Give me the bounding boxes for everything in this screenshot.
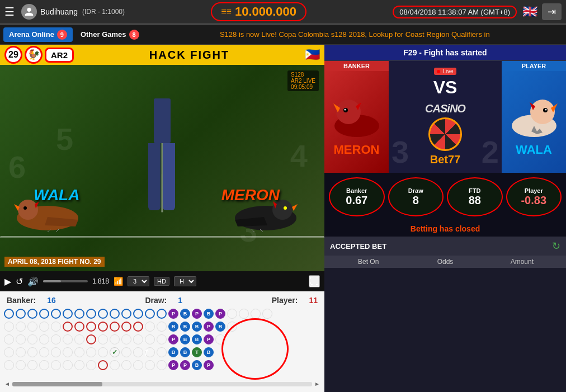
grid-cell xyxy=(4,347,14,357)
svg-point-12 xyxy=(284,206,287,210)
balance-amount: 10.000.000 xyxy=(235,4,296,19)
banker-label: BANKER xyxy=(324,61,389,71)
col-odds: Odds xyxy=(407,258,483,266)
grid-cell xyxy=(51,322,61,332)
player-side: PLAYER WALA xyxy=(502,61,566,173)
username: Budihuang xyxy=(40,7,78,16)
grid-cell xyxy=(86,360,96,370)
video-overlay: 6 5 3 4 xyxy=(0,65,324,271)
language-flag[interactable]: 🇬🇧 xyxy=(522,4,537,19)
grid-cell xyxy=(86,309,96,319)
refresh-button[interactable]: ↺ xyxy=(16,276,23,287)
navbar: Arena Online 9 Other Games 8 S128 is now… xyxy=(0,25,566,45)
logout-button[interactable]: ⇥ xyxy=(542,3,562,20)
user-info: Budihuang (IDR - 1:1000) xyxy=(21,4,125,20)
svg-marker-10 xyxy=(292,204,298,211)
col-amount: Amount xyxy=(484,258,560,266)
grid-cell xyxy=(16,360,26,370)
accepted-bet-panel: ACCEPTED BET ↻ Bet On Odds Amount xyxy=(324,237,566,392)
grid-cell xyxy=(133,334,143,344)
grid-cell xyxy=(98,334,108,344)
grid-cell: P xyxy=(215,309,225,319)
grid-cell xyxy=(39,334,49,344)
grid-cell: B xyxy=(180,322,190,332)
quality-select[interactable]: H xyxy=(174,276,196,286)
grid-scroll: ◄ ► xyxy=(2,380,322,388)
fullscreen-button[interactable]: ⛶ xyxy=(309,275,320,287)
grid-cell xyxy=(110,309,120,319)
arena-online-badge: 9 xyxy=(57,30,67,40)
vs-center: Live VS CASiNO Bet77 xyxy=(389,61,502,173)
grid-cell xyxy=(157,360,167,370)
banker-odds-title: Banker xyxy=(346,187,367,194)
grid-cell xyxy=(63,347,73,357)
banker-odds-card: Banker 0.67 xyxy=(329,177,385,216)
grid-cell xyxy=(63,322,73,332)
datetime-display: 08/04/2018 11:38:07 AM (GMT+8) xyxy=(393,6,517,18)
currency: (IDR - 1:1000) xyxy=(82,8,125,16)
grid-cell xyxy=(145,322,155,332)
arena-online-tab[interactable]: Arena Online 9 xyxy=(3,27,73,42)
player-odds-card: Player -0.83 xyxy=(506,177,562,216)
channel-select[interactable]: 3 xyxy=(128,276,149,286)
rooster-icon: 🐓 xyxy=(25,46,43,64)
grid-cell: P xyxy=(180,360,190,370)
grid-cell xyxy=(215,334,225,344)
progress-bar[interactable] xyxy=(43,280,88,282)
svg-line-15 xyxy=(252,229,254,232)
grid-cell xyxy=(239,309,249,319)
grid-cell: ✓ xyxy=(110,347,120,357)
live-badge: Live xyxy=(434,68,456,75)
main-content: 29 🐓 AR2 HACK FIGHT 🇵🇭 6 5 3 4 xyxy=(0,45,566,392)
grid-cell xyxy=(121,360,131,370)
grid-cell xyxy=(51,309,61,319)
grid-cell: B xyxy=(192,360,202,370)
svg-point-4 xyxy=(23,206,27,210)
grid-cell xyxy=(51,334,61,344)
grid-cell xyxy=(74,322,84,332)
grid-cell xyxy=(39,322,49,332)
grid-cell xyxy=(4,309,14,319)
grid-cell xyxy=(74,334,84,344)
grid-cell xyxy=(51,360,61,370)
accepted-bet-header: ACCEPTED BET ↻ xyxy=(324,237,566,256)
grid-cell xyxy=(63,309,73,319)
bet-grid: Banker: 16 Draw: 1 Player: 11 xyxy=(0,291,324,392)
grid-cell: P xyxy=(204,322,214,332)
grid-cell xyxy=(145,360,155,370)
grid-cell: P xyxy=(168,309,178,319)
fight-flag: 🇵🇭 xyxy=(305,48,320,62)
refresh-bets-icon[interactable]: ↻ xyxy=(552,240,560,252)
volume-button[interactable]: 🔊 xyxy=(27,276,39,287)
fight-date: APRIL 08, 2018 FIGHT NO. 29 xyxy=(4,257,105,267)
play-button[interactable]: ▶ xyxy=(4,276,11,287)
ftd-odds-card: FTD 88 xyxy=(447,177,503,216)
svg-point-27 xyxy=(545,109,546,111)
signal-icon: 📶 xyxy=(114,277,123,286)
meron-label: MERON xyxy=(221,186,280,204)
other-games-tab[interactable]: Other Games 8 xyxy=(75,27,145,42)
wala-label: WALA xyxy=(34,186,79,204)
grid-cell xyxy=(63,334,73,344)
fight-number: 29 xyxy=(4,46,22,64)
grid-cell xyxy=(16,309,26,319)
grid-cell xyxy=(121,309,131,319)
other-games-label: Other Games xyxy=(81,30,126,39)
banker-side: BANKER MERON xyxy=(324,61,389,173)
grid-cell: B xyxy=(168,322,178,332)
grid-cell xyxy=(157,347,167,357)
player-label-grid: Player: xyxy=(272,296,298,305)
player-odds-title: Player xyxy=(525,187,543,194)
grid-cell xyxy=(86,334,96,344)
grid-cell xyxy=(51,347,61,357)
grid-cell: P xyxy=(192,309,202,319)
vs-section: BANKER MERON xyxy=(324,61,566,173)
grid-cell xyxy=(121,322,131,332)
menu-icon[interactable]: ☰ xyxy=(4,5,15,18)
grid-cell xyxy=(98,360,108,370)
grid-cell xyxy=(39,309,49,319)
col-bet-on: Bet On xyxy=(330,258,407,266)
hd-badge[interactable]: HD xyxy=(154,277,169,286)
grid-cell xyxy=(27,322,37,332)
grid-cell xyxy=(145,309,155,319)
